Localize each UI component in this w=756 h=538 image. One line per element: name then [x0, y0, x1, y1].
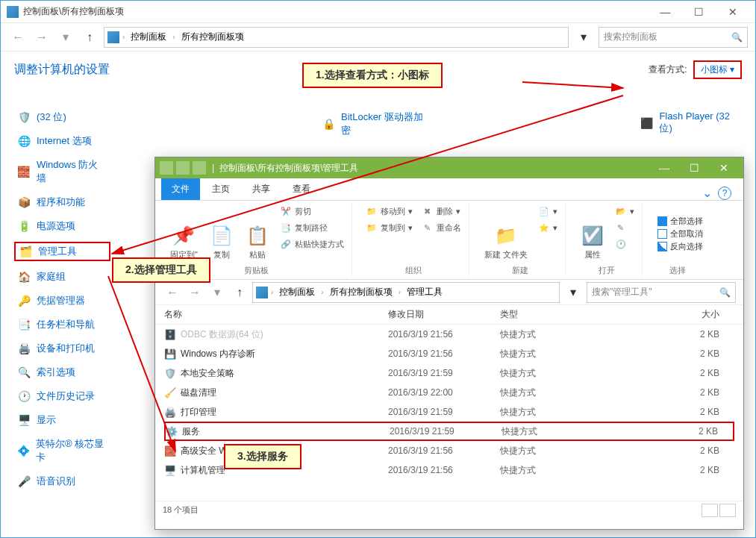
paste-shortcut-button[interactable]: 🔗粘贴快捷方式 [277, 237, 347, 251]
copy-button[interactable]: 📄复制 [205, 204, 238, 263]
new-folder-button[interactable]: 📁新建 文件夹 [480, 204, 532, 263]
ribbon-expand-icon[interactable]: ⌄ [702, 186, 712, 200]
open-button[interactable]: 📂 ▾ [612, 204, 637, 219]
moveto-button[interactable]: 📁移动到 ▾ [363, 204, 416, 219]
rename-button[interactable]: ✎重命名 [419, 220, 464, 235]
file-name: ODBC 数据源(64 位) [181, 328, 263, 341]
up-button[interactable]: ↑ [80, 28, 99, 47]
file-icon: 💾 [164, 348, 176, 360]
cp-item[interactable]: 🏠家庭组 [14, 269, 110, 285]
file-row[interactable]: ⚙️服务2016/3/19 21:59快捷方式2 KB [164, 422, 734, 441]
details-view-icon[interactable] [702, 504, 718, 517]
cp-item[interactable]: 🗂️管理工具 [14, 242, 110, 261]
file-type: 快捷方式 [500, 445, 612, 457]
search-placeholder: 搜索控制面板 [604, 31, 657, 43]
file-date: 2016/3/19 22:00 [388, 387, 500, 398]
cp-item[interactable]: 🎤语音识别 [14, 473, 110, 489]
file-size: 2 KB [612, 387, 734, 398]
close-button[interactable]: ✕ [716, 1, 749, 22]
cp-item[interactable]: 🔋电源选项 [14, 218, 110, 234]
inner-minimize-button[interactable]: — [649, 157, 679, 178]
breadcrumb-item[interactable]: 控制面板 [128, 29, 169, 45]
cp-item-icon: 🖨️ [17, 342, 31, 355]
file-row[interactable]: 🖨️打印管理2016/3/19 21:59快捷方式2 KB [164, 402, 734, 422]
annotation-2: 2.选择管理工具 [112, 257, 210, 283]
cut-button[interactable]: ✂️剪切 [277, 204, 347, 219]
column-date[interactable]: 修改日期 [388, 308, 500, 321]
file-row[interactable]: 💾Windows 内存诊断2016/3/19 21:56快捷方式2 KB [164, 344, 734, 363]
qat-icon[interactable] [193, 161, 206, 175]
column-type[interactable]: 类型 [500, 308, 612, 321]
cp-item-icon: 📦 [17, 196, 31, 209]
cp-item[interactable]: 🛡️ (32 位) [14, 109, 110, 125]
edit-button[interactable]: ✎ [612, 220, 637, 235]
cp-item[interactable]: 🔑凭据管理器 [14, 293, 110, 309]
breadcrumb-item[interactable]: 所有控制面板项 [178, 29, 247, 45]
tab-file[interactable]: 文件 [161, 178, 200, 200]
cp-item[interactable]: 🖥️显示 [14, 412, 110, 428]
cp-item[interactable]: 🕐文件历史记录 [14, 388, 110, 404]
file-type: 快捷方式 [500, 387, 612, 399]
file-row[interactable]: 🛡️本地安全策略2016/3/19 21:59快捷方式2 KB [164, 363, 734, 383]
paste-button[interactable]: 📋粘贴 [241, 204, 274, 263]
tab-view[interactable]: 查看 [282, 178, 321, 200]
inner-refresh-dropdown[interactable]: ▾ [563, 282, 584, 303]
inner-titlebar: | 控制面板\所有控制面板项\管理工具 — ☐ ✕ [155, 157, 743, 178]
cp-item[interactable]: 🔍索引选项 [14, 364, 110, 381]
inner-breadcrumb[interactable]: › 控制面板 › 所有控制面板项 › 管理工具 [252, 282, 560, 303]
cp-item-icon: 📑 [17, 318, 31, 331]
recent-dropdown[interactable]: ▾ [56, 28, 75, 47]
cp-item[interactable]: 🌐Internet 选项 [14, 133, 110, 149]
help-icon[interactable]: ? [718, 187, 731, 200]
inner-search-input[interactable]: 搜索"管理工具" 🔍 [587, 282, 736, 303]
outer-search-input[interactable]: 搜索控制面板 🔍 [599, 27, 748, 48]
cp-item[interactable]: 📑任务栏和导航 [14, 316, 110, 333]
minimize-button[interactable]: — [649, 1, 682, 22]
copyto-button[interactable]: 📁复制到 ▾ [363, 220, 416, 235]
new-item-button[interactable]: 📄 ▾ [535, 204, 560, 219]
select-invert-button[interactable]: 反向选择 [657, 241, 703, 252]
tab-share[interactable]: 共享 [242, 178, 281, 200]
column-size[interactable]: 大小 [612, 308, 734, 321]
column-name[interactable]: 名称 [164, 308, 388, 321]
forward-button[interactable]: → [32, 28, 51, 47]
pin-button[interactable]: 📌固定到" [166, 204, 202, 263]
cp-item-icon: 🔋 [17, 219, 31, 233]
inner-up-button[interactable]: ↑ [230, 283, 249, 302]
file-row[interactable]: 🧹磁盘清理2016/3/19 22:00快捷方式2 KB [164, 383, 734, 402]
clipboard-group-label: 剪贴板 [244, 263, 269, 276]
cp-item[interactable]: ⬛Flash Player (32 位) [637, 109, 742, 137]
tab-home[interactable]: 主页 [202, 178, 240, 200]
inner-close-button[interactable]: ✕ [709, 157, 739, 178]
inner-recent-dropdown[interactable]: ▾ [207, 283, 227, 302]
easy-access-button[interactable]: ⭐ ▾ [535, 220, 560, 235]
file-date: 2016/3/19 21:56 [388, 329, 500, 340]
inner-forward-button[interactable]: → [185, 283, 204, 302]
cp-item[interactable]: 🔒BitLocker 驱动器加密 [319, 109, 428, 139]
cp-item-icon: 🗂️ [19, 245, 32, 258]
file-type: 快捷方式 [502, 425, 613, 438]
file-type: 快捷方式 [500, 367, 612, 380]
delete-button[interactable]: ✖删除 ▾ [419, 204, 464, 219]
inner-back-button[interactable]: ← [163, 283, 182, 302]
back-button[interactable]: ← [8, 28, 28, 47]
select-none-button[interactable]: 全部取消 [657, 228, 703, 240]
maximize-button[interactable]: ☐ [682, 1, 716, 22]
cp-item[interactable]: 🖨️设备和打印机 [14, 340, 110, 357]
refresh-dropdown[interactable]: ▾ [573, 27, 594, 48]
cp-item[interactable]: 🧱Windows 防火墙 [14, 157, 110, 187]
properties-button[interactable]: ☑️属性 [576, 204, 609, 263]
view-mode-dropdown[interactable]: 小图标 [693, 60, 742, 79]
thumbnails-view-icon[interactable] [719, 504, 736, 517]
history-button[interactable]: 🕐 [612, 237, 637, 251]
qat-icon[interactable] [176, 161, 190, 175]
inner-maximize-button[interactable]: ☐ [679, 157, 709, 178]
file-type: 快捷方式 [500, 406, 612, 419]
file-row[interactable]: 🗄️ODBC 数据源(64 位)2016/3/19 21:56快捷方式2 KB [164, 325, 734, 344]
qat-icon[interactable] [160, 161, 173, 175]
cp-item[interactable]: 📦程序和功能 [14, 194, 110, 210]
cp-item[interactable]: 💠英特尔® 核芯显卡 [14, 436, 110, 466]
select-all-button[interactable]: 全部选择 [657, 216, 703, 227]
copypath-button[interactable]: 📑复制路径 [277, 220, 347, 235]
outer-breadcrumb[interactable]: › 控制面板 › 所有控制面板项 [104, 27, 569, 48]
